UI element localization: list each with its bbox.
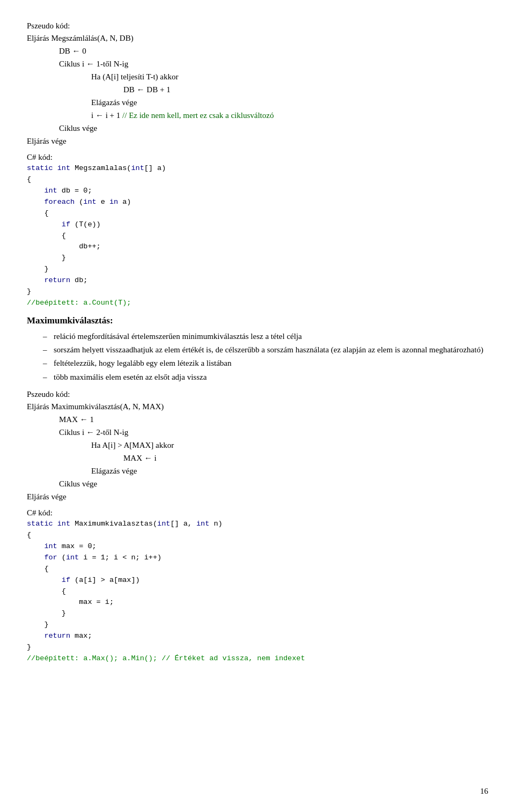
pseudo-line: Ciklus vége bbox=[59, 477, 488, 490]
pseudo-code-2: Eljárás Maximumkiválasztás(A, N, MAX) MA… bbox=[27, 400, 488, 503]
pseudo-line: Ciklus vége bbox=[59, 122, 488, 135]
pseudo-line: Eljárás Megszámlálás(A, N, DB) bbox=[27, 32, 488, 45]
bullet-item: reláció megfordításával értelemszerűen m… bbox=[43, 330, 488, 343]
pseudo-line: MAX ← i bbox=[123, 452, 488, 464]
cs-label-2: C# kód: bbox=[27, 508, 488, 518]
megszamlalas-section: Pszeudo kód: Eljárás Megszámlálás(A, N, … bbox=[27, 21, 488, 309]
pseudo-line: Eljárás vége bbox=[27, 490, 488, 503]
pseudo-line: Ciklus i ← 1-től N-ig bbox=[59, 57, 488, 70]
pseudo-line: DB ← 0 bbox=[59, 45, 488, 57]
page-number: 16 bbox=[480, 787, 488, 796]
pseudo-line: MAX ← 1 bbox=[59, 413, 488, 426]
bullet-item: sorszám helyett visszaadhatjuk az elem é… bbox=[43, 344, 488, 356]
pseudo-line: Elágazás vége bbox=[91, 464, 488, 477]
bullet-list-max: reláció megfordításával értelemszerűen m… bbox=[43, 330, 488, 383]
pseudo-line: i ← i + 1 // Ez ide nem kell, mert ez cs… bbox=[91, 109, 488, 122]
bullet-item: feltételezzük, hogy legalább egy elem lé… bbox=[43, 357, 488, 370]
pseudo-line: Ciklus i ← 2-től N-ig bbox=[59, 426, 488, 439]
bullet-item: több maximális elem esetén az elsőt adja… bbox=[43, 371, 488, 383]
pseudo-line: Elágazás vége bbox=[91, 96, 488, 109]
code-block-2: static int Maximumkivalasztas(int[] a, i… bbox=[27, 519, 488, 665]
pseudo-code-1: Eljárás Megszámlálás(A, N, DB) DB ← 0 Ci… bbox=[27, 32, 488, 147]
pseudo-line: DB ← DB + 1 bbox=[123, 83, 488, 96]
maximumkivalasztas-section: Maximumkiválasztás: reláció megfordításá… bbox=[27, 315, 488, 665]
code-block-1: static int Megszamlalas(int[] a) { int d… bbox=[27, 163, 488, 309]
section-title-max: Maximumkiválasztás: bbox=[27, 315, 488, 326]
pseudo-label-1: Pszeudo kód: bbox=[27, 21, 488, 31]
pseudo-line: Eljárás Maximumkiválasztás(A, N, MAX) bbox=[27, 400, 488, 413]
pseudo-line: Eljárás vége bbox=[27, 135, 488, 147]
pseudo-line: Ha (A[i] teljesíti T-t) akkor bbox=[91, 70, 488, 83]
cs-label-1: C# kód: bbox=[27, 153, 488, 162]
pseudo-label-2: Pszeudo kód: bbox=[27, 390, 488, 399]
pseudo-line: Ha A[i] > A[MAX] akkor bbox=[91, 439, 488, 452]
